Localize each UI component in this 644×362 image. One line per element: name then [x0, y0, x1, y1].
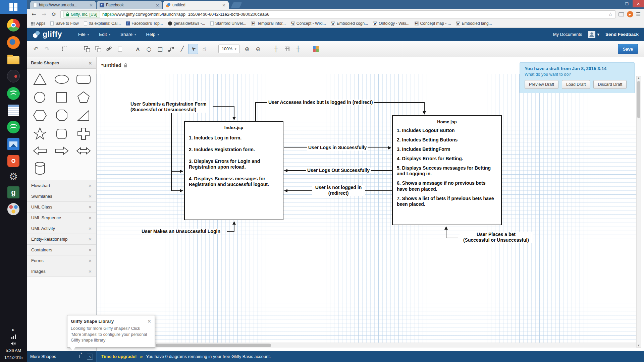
more-shapes-button[interactable]: More Shapes — [30, 354, 56, 359]
theme-button[interactable] — [311, 44, 321, 54]
horizontal-scroll-thumb[interactable] — [156, 344, 271, 347]
network-icon[interactable] — [11, 335, 16, 339]
bookmark-item[interactable]: WTemporal infor... — [251, 21, 285, 26]
marquee-select-button[interactable] — [60, 44, 70, 54]
close-icon[interactable]: × — [88, 226, 92, 231]
taskbar-item-photos[interactable] — [7, 138, 19, 150]
account-menu[interactable]: ▾ — [588, 31, 599, 38]
tab-close-icon[interactable]: × — [222, 3, 226, 8]
maximize-button[interactable]: ❏ — [621, 0, 633, 7]
bookmark-item[interactable]: 0a explains: Cal... — [84, 21, 121, 26]
clock-time[interactable]: 5:36 AM — [6, 348, 21, 353]
section-uml-activity[interactable]: UML Activity× — [27, 223, 96, 234]
gliffy-logo[interactable]: gliffy — [32, 30, 62, 39]
index-jsp-box[interactable]: Index.jsp 1. Includes Log in form. 2. In… — [184, 121, 283, 220]
close-icon[interactable]: × — [88, 247, 92, 252]
bookmark-item[interactable]: genaside/taws -... — [168, 21, 205, 26]
bookmark-apps[interactable]: Apps — [31, 21, 45, 26]
section-uml-class[interactable]: UML Class× — [27, 202, 96, 213]
close-window-button[interactable]: ✕ — [633, 0, 644, 7]
canvas[interactable]: *untitled — [97, 57, 644, 351]
minimize-button[interactable]: ─ — [610, 0, 621, 7]
shape-library-icon[interactable] — [79, 355, 84, 358]
pan-tool-button[interactable]: ☝ — [199, 44, 209, 54]
vertical-scroll-thumb[interactable] — [637, 81, 640, 118]
label-login-success[interactable]: User Logs in Successfully — [307, 145, 368, 150]
bookmark-item[interactable]: WEmbodied lang... — [456, 21, 492, 26]
preview-draft-button[interactable]: Preview Draft — [525, 80, 558, 89]
taskbar-item-app-tile[interactable] — [7, 155, 19, 167]
basic-shapes-header[interactable]: Basic Shapes × — [27, 57, 96, 69]
bookmark-item[interactable]: WOntology - Wiki... — [373, 21, 409, 26]
close-icon[interactable]: × — [88, 237, 92, 242]
grid-button[interactable] — [282, 44, 292, 54]
shape-right-triangle[interactable] — [77, 109, 90, 122]
security-badge[interactable]: Gliffy, Inc. [US] — [63, 11, 100, 18]
close-icon[interactable]: × — [88, 215, 92, 220]
tab-um-edu[interactable]: https://www.um.edu... × — [30, 1, 96, 9]
volume-icon[interactable] — [11, 341, 16, 346]
scroll-up-icon[interactable]: ▲ — [637, 77, 641, 79]
chrome-menu-icon[interactable]: ☰ — [636, 11, 641, 17]
close-icon[interactable]: × — [88, 204, 92, 209]
bookmark-item[interactable]: Save to Flow — [50, 21, 78, 26]
menu-file[interactable]: File▾ — [78, 32, 89, 37]
taskbar-item-chrome[interactable] — [7, 19, 20, 32]
bookmark-item[interactable]: WConcept - Wiki... — [291, 21, 326, 26]
bookmark-star-icon[interactable]: ☆ — [608, 11, 612, 17]
shape-rounded-square[interactable] — [56, 129, 67, 139]
pointer-tool-button[interactable]: ➤ — [188, 44, 198, 54]
tab-close-icon[interactable]: × — [89, 3, 93, 8]
rectangle-tool-button[interactable]: □ — [155, 44, 165, 54]
menu-edit[interactable]: Edit▾ — [99, 32, 110, 37]
taskbar-item-notes[interactable] — [8, 105, 19, 116]
label-not-logged-in[interactable]: User is not logged in (redirect) — [312, 185, 365, 196]
close-icon[interactable]: × — [88, 269, 92, 274]
undo-button[interactable]: ↶ — [31, 44, 41, 54]
snap-button[interactable]: ┼ — [271, 44, 281, 54]
scroll-down-icon[interactable]: ▼ — [637, 344, 641, 347]
close-icon[interactable]: × — [147, 318, 151, 324]
show-hidden-icons-arrow[interactable]: ▸ — [12, 327, 15, 332]
group-button[interactable] — [82, 44, 92, 54]
shape-arrow-right[interactable] — [55, 146, 69, 156]
label-registration-form[interactable]: User Submits a Registration Form (Succes… — [129, 101, 207, 113]
send-feedback-button[interactable]: Send Feedback — [605, 32, 639, 37]
shape-triangle[interactable] — [33, 73, 47, 85]
zoom-out-button[interactable]: ⊖ — [253, 44, 263, 54]
connector-tool-button[interactable] — [166, 44, 176, 54]
load-draft-button[interactable]: Load Draft — [562, 80, 590, 89]
menu-share[interactable]: Share▾ — [120, 32, 136, 37]
horizontal-scrollbar[interactable] — [97, 343, 636, 348]
tab-untitled-active[interactable]: untitled × — [163, 1, 229, 9]
new-tab-button[interactable] — [231, 2, 242, 8]
label-accesses-index[interactable]: User Accesses index but is logged in (re… — [267, 100, 374, 105]
shape-circle[interactable] — [34, 92, 45, 103]
close-icon[interactable]: × — [88, 60, 92, 66]
bookmark-item[interactable]: fFacebook's Top... — [126, 21, 163, 26]
label-unsuccessful-login[interactable]: User Makes an Unsuccessful Login — [141, 229, 221, 234]
my-documents-link[interactable]: My Documents — [553, 32, 582, 37]
shape-arrow-left[interactable] — [33, 146, 47, 156]
taskbar-item-settings[interactable]: ⚙ — [9, 172, 18, 182]
close-icon[interactable]: × — [88, 194, 92, 199]
save-button[interactable]: Save — [618, 44, 638, 54]
shape-star[interactable] — [33, 127, 47, 140]
taskbar-item-spotify-2[interactable] — [7, 121, 20, 133]
shape-hexagon[interactable] — [33, 109, 47, 121]
section-entity-relationship[interactable]: Entity-Relationship× — [27, 234, 96, 245]
home-jsp-box[interactable]: Home.jsp 1. Includes Logout Button 2. In… — [392, 115, 502, 225]
taskbar-item-explorer[interactable] — [7, 54, 19, 65]
start-button[interactable] — [0, 0, 27, 14]
upgrade-chevrons-icon[interactable]: » — [140, 354, 143, 359]
shape-arrow-double[interactable] — [76, 146, 91, 156]
shape-square[interactable] — [56, 92, 67, 103]
menu-help[interactable]: Help▾ — [146, 32, 159, 37]
transform-button[interactable] — [71, 44, 81, 54]
section-images[interactable]: Images× — [27, 266, 96, 277]
link-button[interactable] — [104, 44, 114, 54]
shape-cross[interactable] — [77, 127, 90, 140]
taskbar-item-firefox[interactable] — [7, 36, 20, 49]
section-flowchart[interactable]: Flowchart× — [27, 180, 96, 191]
extension-play-icon[interactable]: ▶ — [627, 11, 633, 17]
